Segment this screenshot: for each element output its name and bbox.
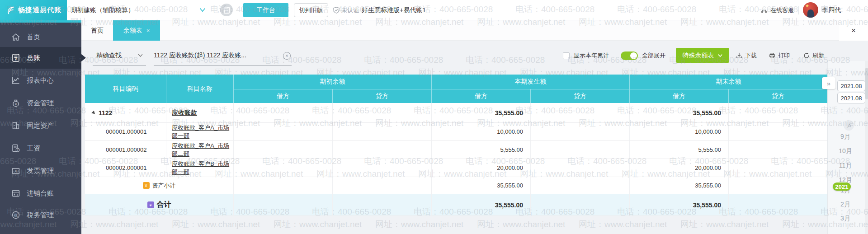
initial-debit-cell [234, 141, 333, 159]
total-label-cell: 合计 [85, 194, 234, 216]
show-ytd-label: 显示本年累计 [574, 50, 609, 61]
sidebar-item-funds[interactable]: ¥ 资金管理 [0, 92, 81, 114]
subtotal-row: 资产小计 35,555.00 35,555.00 [85, 177, 827, 194]
ending-credit-cell [729, 194, 827, 216]
app-window: 畅捷通易代账 期初建账（辅助核算） 工作台 切到旧版 未认证 好生意标准版+易代… [0, 0, 868, 234]
download-label: 下载 [745, 51, 757, 60]
account-code-cell: 000001.000001 [85, 123, 166, 141]
initial-debit-cell [234, 159, 333, 177]
app-logo[interactable]: 畅捷通易代账 [0, 0, 67, 20]
print-button[interactable]: 打印 [769, 50, 790, 61]
tab-home[interactable]: 首页 [81, 20, 113, 41]
active-item-marker [81, 54, 86, 61]
account-link[interactable]: 应收账款_客户A_市场部一部 [172, 124, 229, 139]
download-button[interactable]: 下载 [736, 50, 757, 61]
month-item-feb[interactable]: 2月 [827, 201, 863, 209]
search-value: 1122 应收账款(起) 1122 应收账... [154, 51, 246, 60]
search-mode-dropdown[interactable]: 精确查找 [93, 45, 146, 66]
subtotal-label-cell: 资产小计 [85, 177, 234, 194]
sub-header-debit: 借方 [234, 89, 333, 103]
sidebar-item-general-ledger[interactable]: ¥ 总账 [0, 47, 81, 69]
sidebar-item-salary[interactable]: ¥ 工资 [0, 137, 81, 159]
sidebar-item-label: 发票管理 [27, 167, 54, 175]
show-ytd-checkbox[interactable] [563, 52, 570, 59]
month-item-nov[interactable]: 11月 [827, 162, 863, 170]
ending-debit-cell: 35,555.00 [630, 103, 729, 123]
ending-debit-cell: 20,000.00 [630, 159, 729, 177]
current-debit-cell: 5,555.00 [432, 141, 531, 159]
refresh-button[interactable]: 刷新 [803, 50, 824, 61]
balance-table: 科目编码 科目名称 期初余额 本期发生额 期末余额 借方 贷方 借方 贷方 借方… [85, 75, 827, 216]
expand-caret-icon[interactable] [91, 110, 96, 115]
avatar[interactable] [803, 2, 818, 18]
account-set-label: 期初建账（辅助核算） [71, 6, 134, 14]
account-link[interactable]: 应收账款 [172, 109, 197, 116]
month-item-oct[interactable]: 10月 [827, 147, 863, 155]
sidebar-item-fixed-assets[interactable]: 固定资产 [0, 115, 81, 136]
sidebar-item-invoice[interactable]: ¥ 发票管理 [0, 160, 81, 182]
tab-label: 首页 [91, 27, 104, 35]
current-debit-cell: 10,000.00 [432, 123, 531, 141]
initial-debit-cell [234, 123, 333, 141]
online-service-link[interactable]: 在线客服 [760, 0, 794, 20]
account-link[interactable]: 应收账款_客户A_市场部二部 [172, 142, 229, 157]
sidebar-item-label: 资金管理 [27, 99, 54, 108]
username[interactable]: 李四代 [822, 0, 841, 20]
close-icon[interactable] [839, 20, 868, 41]
scrollbar-thumb[interactable] [865, 68, 868, 99]
group-header-current: 本期发生额 [432, 75, 630, 89]
workbench-button[interactable]: 工作台 [243, 3, 288, 17]
certification-badge[interactable]: 未认证 [333, 0, 359, 20]
special-balance-button[interactable]: 特殊余额表 [676, 48, 729, 63]
col-header-name: 科目名称 [166, 75, 234, 103]
sidebar-item-inventory-ledger[interactable]: 进销台账 [0, 183, 81, 204]
sidebar-item-tax[interactable]: 税 税务管理 [0, 204, 81, 226]
initial-credit-cell [333, 123, 432, 141]
ending-debit-cell: 10,000.00 [630, 123, 729, 141]
total-label: 合计 [157, 200, 171, 210]
funds-icon: ¥ [11, 98, 21, 108]
printer-icon [769, 52, 776, 59]
clear-search-icon[interactable] [283, 52, 291, 60]
cert-label: 未认证 [341, 6, 359, 14]
account-set-selector[interactable]: 期初建账（辅助核算） [71, 0, 134, 20]
tab-close-icon[interactable] [146, 28, 150, 33]
current-credit-cell [531, 177, 630, 194]
account-code-cell[interactable]: 1122 [85, 103, 166, 123]
account-name-cell: 应收账款_客户B_市场部一部 [166, 159, 234, 177]
sidebar-item-report-center[interactable]: 报表中心 [0, 70, 81, 91]
panel-expand-icon[interactable] [822, 77, 835, 89]
account-name-cell: 应收账款 [166, 103, 234, 123]
ending-credit-cell [729, 123, 827, 141]
period-from-input[interactable]: 2021.08 [837, 80, 865, 91]
table-row: 000001.000001 应收账款_客户A_市场部一部 10,000.00 1… [85, 123, 827, 141]
logo-text: 畅捷通易代账 [18, 6, 61, 14]
sub-header-debit: 借方 [630, 89, 729, 103]
current-debit-cell: 35,555.00 [432, 194, 531, 216]
expand-all-toggle[interactable] [621, 51, 638, 60]
chevron-down-icon[interactable] [199, 6, 206, 14]
col-header-code: 科目编码 [85, 75, 166, 103]
shield-icon [333, 7, 340, 14]
sidebar-nav: 首页 ¥ 总账 报表中心 ¥ 资金管理 固定资产 ¥ 工资 ¥ 发票管理 进销台… [0, 20, 81, 234]
month-item-sep[interactable]: 9月 [827, 133, 863, 141]
product-name: 好生意标准版+易代账1 [362, 0, 426, 20]
collapse-up-icon[interactable] [844, 120, 854, 131]
month-item-mar[interactable]: 3月 [827, 215, 863, 223]
initial-credit-cell [333, 103, 432, 123]
refresh-label: 刷新 [812, 51, 824, 60]
balance-table-panel: 科目编码 科目名称 期初余额 本期发生额 期末余额 借方 贷方 借方 贷方 借方… [85, 75, 827, 216]
search-input[interactable]: 1122 应收账款(起) 1122 应收账... [154, 45, 292, 66]
sub-header-credit: 贷方 [729, 89, 827, 103]
calendar-badge-icon[interactable] [220, 4, 233, 16]
tab-balance-sheet[interactable]: 余额表 [113, 20, 160, 41]
special-balance-label: 特殊余额表 [683, 51, 714, 60]
current-credit-cell [531, 123, 630, 141]
account-link[interactable]: 应收账款_客户B_市场部一部 [172, 160, 229, 175]
sub-header-debit: 借方 [432, 89, 531, 103]
switch-old-version-button[interactable]: 切到旧版 [294, 3, 328, 17]
sidebar-item-label: 报表中心 [27, 76, 54, 85]
sidebar-item-home[interactable]: 首页 [0, 26, 81, 48]
period-to-input[interactable]: 2021.08 [837, 93, 865, 103]
initial-credit-cell [333, 141, 432, 159]
